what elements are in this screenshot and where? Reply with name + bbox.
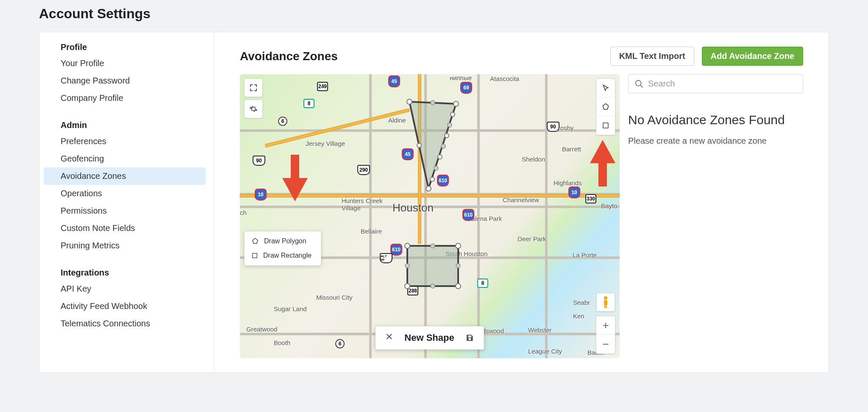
shield-tx249: 249 (317, 82, 328, 91)
map-label-hunters-creek: Hunters Creek Village (342, 197, 384, 212)
empty-state-title: No Avoidance Zones Found (628, 112, 803, 128)
map-fullscreen-button[interactable] (244, 78, 263, 97)
map-label-houston: Houston (392, 201, 434, 214)
sidebar-heading-profile: Profile (44, 40, 206, 55)
map-label-channelview: Channelview (503, 196, 539, 203)
map-label-aldine: Aldine (388, 117, 406, 124)
map-label-south-houston: South Houston (445, 250, 487, 257)
map-tool-rectangle[interactable] (596, 116, 615, 135)
context-draw-rectangle[interactable]: Draw Rectangle (245, 248, 321, 263)
search-input[interactable] (648, 79, 797, 89)
shield-i45-mid: 45 (402, 148, 414, 160)
map-label-deer-park: Deer Park (517, 235, 546, 242)
shield-alt90: ALT 90 (380, 253, 392, 263)
svg-point-15 (456, 243, 461, 248)
add-avoidance-zone-button[interactable]: Add Avoidance Zone (702, 47, 803, 66)
shield-tx288: 288 (407, 286, 418, 295)
shape-cancel-button[interactable] (385, 332, 393, 343)
map-label-atascocita: Atascocita (490, 75, 519, 82)
map-label-webster: Webster (528, 326, 552, 334)
svg-rect-22 (603, 123, 608, 128)
rectangle-icon (251, 252, 258, 259)
map-label-humble: ниппые (450, 74, 472, 81)
context-polygon-label: Draw Polygon (264, 237, 306, 245)
sidebar-item-your-profile[interactable]: Your Profile (44, 55, 206, 72)
shield-i69: 69 (460, 82, 472, 94)
shield-us290: 290 (357, 165, 370, 175)
shield-i10-right: 10 (568, 187, 580, 198)
sidebar-item-pruning-metrics[interactable]: Pruning Metrics (44, 237, 206, 254)
annotation-arrow-up (590, 140, 615, 187)
sidebar-item-geofencing[interactable]: Geofencing (44, 150, 206, 167)
annotation-arrow-down (282, 155, 308, 201)
svg-rect-25 (604, 300, 607, 305)
sidebar-item-avoidance-zones[interactable]: Avoidance Zones (44, 167, 206, 185)
svg-point-24 (604, 296, 607, 300)
street-view-pegman[interactable] (596, 293, 615, 312)
map-label-seabr: Seabr (573, 299, 590, 306)
shield-i610-ne: 610 (437, 175, 449, 187)
zone-search[interactable] (628, 74, 803, 93)
svg-point-3 (453, 101, 459, 106)
shield-c8-nw: 8 (303, 99, 314, 108)
shape-save-button[interactable] (465, 333, 475, 342)
sidebar-item-api-key[interactable]: API Key (44, 280, 206, 298)
page-title: Account Settings (39, 0, 829, 32)
sidebar-item-activity-feed-webhook[interactable]: Activity Feed Webhook (44, 298, 206, 315)
shield-i610-se: 610 (462, 209, 474, 221)
map-tool-pointer[interactable] (596, 79, 615, 97)
map-label-ken: Ken (573, 312, 584, 320)
sidebar-item-preferences[interactable]: Preferences (44, 133, 206, 150)
map-tool-polygon[interactable] (596, 97, 615, 116)
shield-tx330: 330 (585, 194, 596, 203)
shield-us90-w: 90 (253, 156, 265, 166)
plus-icon: + (602, 319, 609, 332)
map-settings-button[interactable] (244, 100, 263, 118)
map-label-missouri-city: Missouri City (316, 294, 353, 301)
new-shape-bar: New Shape (375, 326, 484, 350)
sidebar-item-operations[interactable]: Operations (44, 185, 206, 202)
sidebar-item-change-password[interactable]: Change Password (44, 72, 206, 89)
svg-rect-26 (604, 305, 606, 308)
context-draw-polygon[interactable]: Draw Polygon (245, 234, 321, 248)
polygon-icon (251, 237, 259, 245)
close-icon (385, 332, 393, 341)
sidebar-item-company-profile[interactable]: Company Profile (44, 89, 206, 107)
gear-icon (249, 105, 258, 113)
minus-icon: − (602, 338, 609, 351)
svg-point-16 (456, 284, 461, 289)
map-canvas[interactable]: Houston Aldine Jersey Village Hunters Cr… (240, 74, 620, 358)
save-icon (465, 333, 475, 342)
sidebar-item-permissions[interactable]: Permissions (44, 202, 206, 220)
svg-point-11 (434, 166, 438, 170)
polygon-icon (601, 103, 610, 111)
shield-c6-w: 6 (278, 117, 287, 126)
map-label-highlands: Highlands (554, 179, 582, 187)
svg-point-5 (431, 100, 435, 105)
map-label-la-porte: La Porte (573, 251, 597, 259)
rectangle-icon (602, 122, 609, 129)
kml-text-import-button[interactable]: KML Text Import (610, 47, 694, 66)
zoom-out-button[interactable]: − (596, 335, 615, 354)
map-label-barrett: Barrett (562, 145, 581, 153)
shield-c6-sw: 6 (335, 339, 345, 348)
map-label-sugar-land: Sugar Land (274, 305, 307, 312)
shield-i10-left: 10 (255, 189, 267, 200)
search-icon (634, 79, 644, 89)
fullscreen-icon (249, 84, 258, 92)
sidebar-item-custom-note-fields[interactable]: Custom Note Fields (44, 220, 206, 237)
zoom-in-button[interactable]: + (596, 316, 615, 335)
svg-rect-23 (253, 253, 257, 258)
svg-point-9 (441, 144, 445, 148)
svg-point-10 (438, 155, 442, 159)
svg-point-8 (445, 134, 449, 138)
svg-point-7 (448, 123, 452, 127)
svg-point-6 (451, 112, 455, 117)
map-label-greatwood: Greatwood (246, 326, 277, 333)
map-label-sheldon: Sheldon (522, 156, 545, 163)
map-label-jersey-village: Jersey Village (306, 140, 345, 147)
sidebar-item-telematics-connections[interactable]: Telematics Connections (44, 315, 206, 332)
context-rectangle-label: Draw Rectangle (263, 252, 312, 259)
sidebar-heading-integrations: Integrations (44, 265, 206, 280)
shape-bar-label: New Shape (404, 332, 454, 343)
